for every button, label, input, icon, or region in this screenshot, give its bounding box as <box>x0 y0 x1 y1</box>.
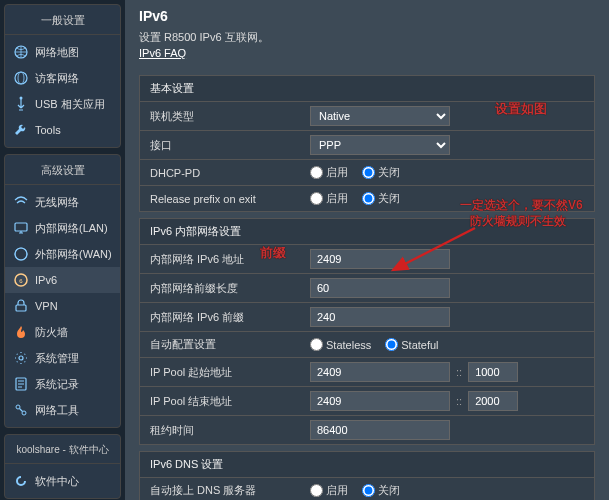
sidebar-item-wan[interactable]: 外部网络(WAN) <box>5 241 120 267</box>
sidebar-label: IPv6 <box>35 274 57 286</box>
label-release: Release prefix on exit <box>150 193 310 205</box>
sidebar-label: 软件中心 <box>35 474 79 489</box>
sidebar-label: 无线网络 <box>35 195 79 210</box>
sidebar-section-koolshare: koolshare - 软件中心 软件中心 <box>4 434 121 499</box>
label-conntype: 联机类型 <box>150 109 310 124</box>
colon-sep: :: <box>456 395 462 407</box>
sidebar-item-softcenter[interactable]: 软件中心 <box>5 468 120 494</box>
label-autoconf: 自动配置设置 <box>150 337 310 352</box>
faq-link[interactable]: IPv6 FAQ <box>139 47 186 59</box>
svg-point-3 <box>20 97 23 100</box>
sidebar-item-usb[interactable]: USB 相关应用 <box>5 91 120 117</box>
label-lease: 租约时间 <box>150 423 310 438</box>
row-autoconf: 自动配置设置 Stateless Stateful <box>139 332 595 358</box>
radio-stateful[interactable]: Stateful <box>385 338 438 351</box>
select-iface[interactable]: PPP <box>310 135 450 155</box>
usb-icon <box>13 96 29 112</box>
svg-rect-4 <box>15 223 27 231</box>
sidebar-label: USB 相关应用 <box>35 97 105 112</box>
sidebar-item-syslog[interactable]: 系统记录 <box>5 371 120 397</box>
label-dhcppd: DHCP-PD <box>150 167 310 179</box>
radio-dhcppd-disable[interactable]: 关闭 <box>362 165 400 180</box>
main-content: IPv6 设置 R8500 IPv6 互联网。 IPv6 FAQ 基本设置 联机… <box>125 0 609 500</box>
input-lease[interactable] <box>310 420 450 440</box>
sidebar-label: 内部网络(LAN) <box>35 221 108 236</box>
radio-dhcppd-enable[interactable]: 启用 <box>310 165 348 180</box>
row-poolstart: IP Pool 起始地址 :: <box>139 358 595 387</box>
wifi-icon <box>13 194 29 210</box>
label-lanaddr: 内部网络 IPv6 地址 <box>150 252 310 267</box>
sidebar-item-admin[interactable]: 系统管理 <box>5 345 120 371</box>
sidebar-item-vpn[interactable]: VPN <box>5 293 120 319</box>
svg-point-12 <box>22 411 26 415</box>
input-lanprefix[interactable] <box>310 307 450 327</box>
row-autodns: 自动接上 DNS 服务器 启用 关闭 <box>139 478 595 500</box>
sidebar-label: 防火墙 <box>35 325 68 340</box>
row-poolend: IP Pool 结束地址 :: <box>139 387 595 416</box>
radio-stateless[interactable]: Stateless <box>310 338 371 351</box>
sidebar-section-general: 一般设置 网络地图 访客网络 USB 相关应用 Tools <box>4 4 121 148</box>
globe-icon <box>13 44 29 60</box>
sidebar-label: 外部网络(WAN) <box>35 247 112 262</box>
select-conntype[interactable]: Native <box>310 106 450 126</box>
sidebar-item-netmap[interactable]: 网络地图 <box>5 39 120 65</box>
sidebar-section-advanced: 高级设置 无线网络 内部网络(LAN) 外部网络(WAN) 6IPv6 VPN … <box>4 154 121 428</box>
gear-icon <box>13 350 29 366</box>
sidebar-label: 系统管理 <box>35 351 79 366</box>
sidebar-label: 网络工具 <box>35 403 79 418</box>
sidebar-item-guest[interactable]: 访客网络 <box>5 65 120 91</box>
radio-release-disable[interactable]: 关闭 <box>362 191 400 206</box>
log-icon <box>13 376 29 392</box>
colon-sep: :: <box>456 366 462 378</box>
sidebar-item-nettools[interactable]: 网络工具 <box>5 397 120 423</box>
svg-text:6: 6 <box>19 278 23 284</box>
lan-icon <box>13 220 29 236</box>
row-lanprefix: 内部网络 IPv6 前缀 <box>139 303 595 332</box>
input-poolend-b[interactable] <box>468 391 518 411</box>
label-iface: 接口 <box>150 138 310 153</box>
row-prefixlen: 内部网络前缀长度 <box>139 274 595 303</box>
sidebar-label: 访客网络 <box>35 71 79 86</box>
svg-point-11 <box>16 405 20 409</box>
row-release: Release prefix on exit 启用 关闭 <box>139 186 595 212</box>
row-conntype: 联机类型 Native <box>139 102 595 131</box>
label-lanprefix: 内部网络 IPv6 前缀 <box>150 310 310 325</box>
sidebar-header-general: 一般设置 <box>5 9 120 35</box>
section-internal: IPv6 内部网络设置 <box>139 218 595 245</box>
fire-icon <box>13 324 29 340</box>
nettool-icon <box>13 402 29 418</box>
ipv6-icon: 6 <box>13 272 29 288</box>
sidebar-item-firewall[interactable]: 防火墙 <box>5 319 120 345</box>
sidebar-item-wireless[interactable]: 无线网络 <box>5 189 120 215</box>
radio-dns-enable[interactable]: 启用 <box>310 483 348 498</box>
swirl-icon <box>13 473 29 489</box>
sidebar-header-advanced: 高级设置 <box>5 159 120 185</box>
wrench-icon <box>13 122 29 138</box>
row-iface: 接口 PPP <box>139 131 595 160</box>
input-poolstart-a[interactable] <box>310 362 450 382</box>
row-lease: 租约时间 <box>139 416 595 445</box>
input-poolstart-b[interactable] <box>468 362 518 382</box>
sidebar-item-lan[interactable]: 内部网络(LAN) <box>5 215 120 241</box>
radio-release-enable[interactable]: 启用 <box>310 191 348 206</box>
row-dhcppd: DHCP-PD 启用 关闭 <box>139 160 595 186</box>
svg-rect-8 <box>16 305 26 311</box>
sidebar-item-ipv6[interactable]: 6IPv6 <box>5 267 120 293</box>
input-lanaddr[interactable] <box>310 249 450 269</box>
sidebar-item-tools[interactable]: Tools <box>5 117 120 143</box>
page-title: IPv6 <box>139 8 595 24</box>
wan-icon <box>13 246 29 262</box>
page-subtitle: 设置 R8500 IPv6 互联网。 <box>139 30 595 45</box>
input-prefixlen[interactable] <box>310 278 450 298</box>
radio-dns-disable[interactable]: 关闭 <box>362 483 400 498</box>
vpn-icon <box>13 298 29 314</box>
label-poolend: IP Pool 结束地址 <box>150 394 310 409</box>
row-lanaddr: 内部网络 IPv6 地址 <box>139 245 595 274</box>
input-poolend-a[interactable] <box>310 391 450 411</box>
sidebar-label: VPN <box>35 300 58 312</box>
label-autodns: 自动接上 DNS 服务器 <box>150 483 310 498</box>
globe2-icon <box>13 70 29 86</box>
svg-point-2 <box>18 72 24 84</box>
sidebar-label: 系统记录 <box>35 377 79 392</box>
label-prefixlen: 内部网络前缀长度 <box>150 281 310 296</box>
